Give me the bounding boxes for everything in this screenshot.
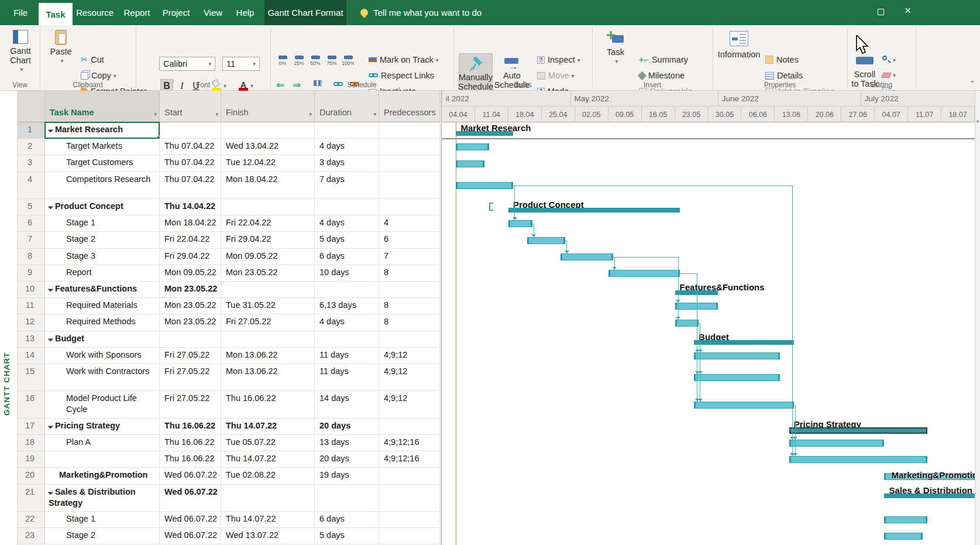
cell-task-name[interactable]: Work with Contractors [45,364,160,391]
cell-task-name[interactable]: ◢Product Concept [45,199,160,215]
cell-start[interactable]: Thu 16.06.22 [160,419,221,435]
cell-start[interactable]: Thu 07.04.22 [160,139,221,155]
inspect-button[interactable]: ? Inspect ▾ [537,55,580,64]
table-row[interactable]: 21◢Sales & Distribution StrategyWed 06.0… [18,485,441,512]
collapse-triangle-icon[interactable]: ◢ [45,283,56,294]
task-bar[interactable] [456,143,489,150]
cell-task-name[interactable] [45,451,160,468]
cell-finish[interactable] [221,485,315,512]
cell-task-name[interactable]: Stage 2 [45,232,160,248]
cell-pred[interactable]: 4;9;12 [379,348,440,364]
cell-finish[interactable]: Wed 13.07.22 [221,528,315,544]
cell-duration[interactable] [315,485,379,512]
cell-task-name[interactable]: Target Customers [45,155,160,172]
cell-duration[interactable]: 13 days [315,435,379,451]
cell-pred[interactable] [379,419,440,435]
task-bar[interactable] [789,440,885,447]
cell-start[interactable]: Fri 27.05.22 [160,348,221,364]
cell-pred[interactable]: 4;9;12;16 [379,451,440,468]
cell-duration[interactable]: 20 days [315,419,379,435]
row-number[interactable]: 7 [18,232,45,248]
cell-finish[interactable]: Tue 12.04.22 [221,155,315,172]
cell-finish[interactable]: Mon 09.05.22 [221,249,315,265]
table-row[interactable]: 5◢Product ConceptThu 14.04.22 [18,199,441,215]
cell-pred[interactable]: 8 [379,314,440,331]
column-header-task-name[interactable]: Task Name▾ [45,91,160,122]
cell-duration[interactable]: 5 days [315,528,379,544]
find-button[interactable]: ▾ [882,56,896,64]
row-number[interactable]: 21 [18,485,45,512]
notes-button[interactable]: Notes [765,55,799,64]
cell-duration[interactable]: 20 days [315,451,379,468]
cell-task-name[interactable]: Model Product Life Cycle [45,391,160,418]
cell-finish[interactable] [221,331,315,348]
cell-finish[interactable]: Fri 29.04.22 [221,232,315,248]
row-number[interactable]: 2 [18,139,45,155]
restore-window-button[interactable] [878,6,884,18]
row-number[interactable]: 10 [18,282,45,298]
cell-pred[interactable] [379,199,440,215]
cell-pred[interactable]: 8 [379,298,440,314]
table-row[interactable]: 15Work with ContractorsFri 27.05.22Mon 1… [18,364,441,391]
cell-task-name[interactable]: Marketing&Promotion [45,468,160,484]
cell-finish[interactable]: Fri 22.04.22 [221,215,315,232]
cell-task-name[interactable]: Work with Sponsors [45,348,160,364]
row-number[interactable]: 8 [18,249,45,265]
cell-duration[interactable] [315,122,379,139]
table-row[interactable]: 12Required MethodsMon 23.05.22Fri 27.05.… [18,314,441,331]
task-bar[interactable] [456,182,513,189]
filter-dropdown-icon[interactable]: ▾ [373,111,376,117]
cell-duration[interactable]: 10 days [315,265,379,282]
cell-finish[interactable]: Tue 05.07.22 [221,435,315,451]
insert-task-button[interactable]: Task ▾ [599,30,632,66]
cell-start[interactable]: Mon 09.05.22 [160,265,221,282]
table-row[interactable]: 16Model Product Life CycleFri 27.05.22Th… [18,391,441,418]
font-family-select[interactable]: Calibri▾ [159,57,215,71]
filter-dropdown-icon[interactable]: ▾ [309,111,312,117]
cell-duration[interactable]: 19 days [315,468,379,484]
cell-task-name[interactable]: Stage 1 [45,512,160,528]
task-bar[interactable] [694,374,779,381]
collapse-triangle-icon[interactable]: ◢ [45,333,56,344]
table-row[interactable]: 1◢Market Research [18,122,441,139]
cell-start[interactable]: Thu 16.06.22 [160,435,221,451]
cell-pred[interactable] [379,139,440,155]
cell-start[interactable]: Thu 07.04.22 [160,155,221,172]
percent-50-button[interactable]: 50% [308,56,323,66]
cell-duration[interactable]: 7 days [315,172,379,199]
details-button[interactable]: Details [765,71,803,80]
cell-start[interactable]: Fri 29.04.22 [160,249,221,265]
cell-pred[interactable] [379,485,440,512]
cell-pred[interactable] [379,282,440,298]
row-number[interactable]: 16 [18,391,45,418]
cell-finish[interactable]: Mon 18.04.22 [221,172,315,199]
cell-start[interactable]: Mon 23.05.22 [160,314,221,331]
row-number[interactable]: 4 [18,172,45,199]
cell-finish[interactable]: Thu 16.06.22 [221,391,315,418]
gantt-chart-pane[interactable]: il 2022May 2022June 2022July 2022 04.041… [441,91,975,545]
row-number[interactable]: 11 [18,298,45,314]
cell-duration[interactable] [315,282,379,298]
summary-bar[interactable] [789,427,927,434]
select-all-corner[interactable] [18,91,45,122]
task-bar[interactable] [608,270,680,277]
table-row[interactable]: 14Work with SponsorsFri 27.05.22Mon 13.0… [18,348,441,364]
ribbon-tab-gantt-chart-format[interactable]: Gantt Chart Format [264,0,346,25]
table-row[interactable]: 23Stage 2Wed 06.07.22Wed 13.07.225 days [18,528,441,544]
close-window-button[interactable]: × [905,5,911,16]
cell-start[interactable]: Thu 14.04.22 [160,199,221,215]
row-number[interactable]: 5 [18,199,45,215]
cell-finish[interactable] [221,122,315,139]
row-number[interactable]: 3 [18,155,45,172]
table-row[interactable]: 6Stage 1Mon 18.04.22Fri 22.04.224 days4 [18,215,441,232]
row-number[interactable]: 15 [18,364,45,391]
cell-finish[interactable]: Mon 23.05.22 [221,265,315,282]
ribbon-tab-view[interactable]: View [198,0,228,25]
cell-start[interactable]: Fri 27.05.22 [160,391,221,418]
cell-duration[interactable] [315,331,379,348]
cell-duration[interactable]: 14 days [315,391,379,418]
cell-pred[interactable]: 4;9;12 [379,391,440,418]
task-bar[interactable] [561,253,613,260]
percent-75-button[interactable]: 75% [324,56,339,66]
cell-finish[interactable]: Mon 13.06.22 [221,348,315,364]
